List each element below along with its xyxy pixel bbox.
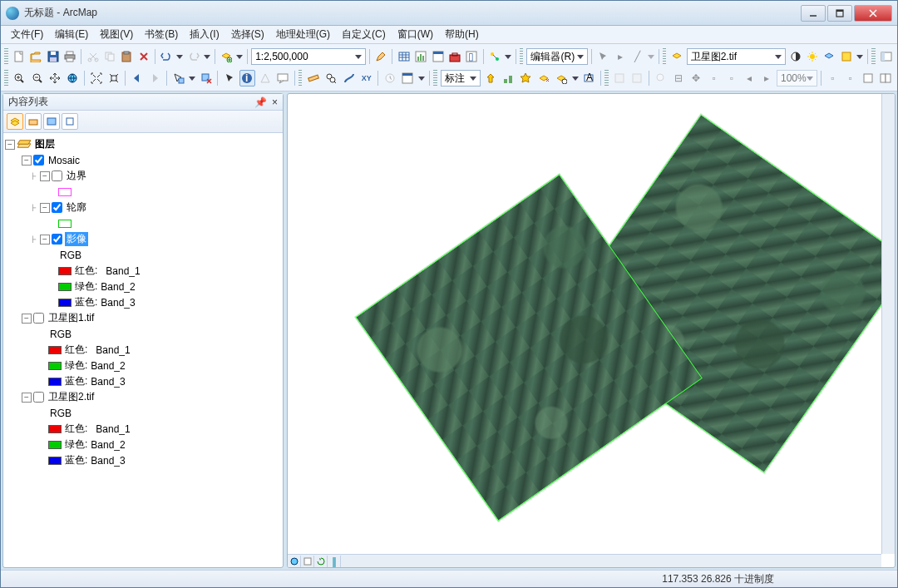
layer-image[interactable]: 影像 <box>65 232 88 246</box>
viewer-window-icon[interactable] <box>400 70 416 86</box>
undo-icon[interactable] <box>159 48 174 65</box>
data-view-icon[interactable] <box>288 556 301 567</box>
menu-select[interactable]: 选择(S) <box>226 26 269 43</box>
fixed-zoomout-icon[interactable] <box>106 70 121 86</box>
prev-extent-icon[interactable] <box>129 70 145 86</box>
annotation-combo[interactable]: 标注 <box>441 70 481 86</box>
clear-select-icon[interactable] <box>198 70 214 86</box>
toc-tab-visibility[interactable] <box>43 113 60 130</box>
menu-file[interactable]: 文件(F) <box>6 26 48 43</box>
layer-footprint[interactable]: 轮廓 <box>65 200 88 215</box>
change-layout-icon[interactable] <box>860 70 876 86</box>
menu-view[interactable]: 视图(V) <box>95 26 138 43</box>
delete-icon[interactable] <box>136 48 151 65</box>
print-icon[interactable] <box>62 48 77 65</box>
menu-geoprocessing[interactable]: 地理处理(G) <box>271 26 335 43</box>
toolbox-icon[interactable] <box>447 48 462 65</box>
next-extent-icon[interactable] <box>147 70 163 86</box>
layout-prev-icon[interactable]: ◂ <box>741 70 757 86</box>
focus-df-icon[interactable]: ▫ <box>842 70 858 86</box>
label-lock-icon[interactable] <box>518 70 534 86</box>
time-slider-icon[interactable] <box>382 70 397 86</box>
zoom-in-icon[interactable] <box>12 70 27 86</box>
layout-pan-icon[interactable]: ✥ <box>688 70 704 86</box>
label-weight-icon[interactable] <box>500 70 516 86</box>
dra-icon[interactable] <box>822 48 836 65</box>
edit-tool-icon[interactable] <box>595 48 610 65</box>
menu-customize[interactable]: 自定义(C) <box>337 26 391 43</box>
menu-insert[interactable]: 插入(I) <box>185 26 224 43</box>
expand-icon[interactable]: − <box>40 235 50 245</box>
undo-menu-icon[interactable] <box>175 48 184 65</box>
paste-icon[interactable] <box>119 48 134 65</box>
toc-tree[interactable]: −图层 −Mosaic ⊦−边界 ⊦−轮廓 ⊦−影像 RGB 红色:Band_1… <box>3 133 283 567</box>
layer-checkbox[interactable] <box>33 313 44 324</box>
editor-combo[interactable]: 编辑器(R) <box>526 48 588 65</box>
contrast-icon[interactable] <box>787 48 802 65</box>
expand-icon[interactable]: − <box>22 156 32 166</box>
toolbar-handle[interactable] <box>520 48 524 65</box>
redo-menu-icon[interactable] <box>203 48 211 65</box>
menu-bookmarks[interactable]: 书签(B) <box>140 26 183 43</box>
expand-icon[interactable]: − <box>22 314 32 324</box>
select-menu-icon[interactable] <box>188 70 196 86</box>
toc-tab-source[interactable] <box>25 113 42 130</box>
georef-update-icon[interactable] <box>629 70 645 86</box>
pause-draw-icon[interactable]: ‖ <box>328 556 341 567</box>
label-menu-icon[interactable] <box>571 70 580 86</box>
expand-icon[interactable]: − <box>22 393 32 403</box>
layout-pct-combo[interactable]: 100% <box>777 70 817 86</box>
symbol-swatch[interactable] <box>58 188 72 196</box>
layer-checkbox[interactable] <box>52 202 62 213</box>
hyperlink-icon[interactable] <box>257 70 273 86</box>
layout-zoom-out-icon[interactable]: ⊟ <box>670 70 686 86</box>
redo-icon[interactable] <box>185 48 200 65</box>
model-menu-icon[interactable] <box>504 48 512 65</box>
scale-combo[interactable]: 1:2,500,000 <box>251 48 366 65</box>
select-features-icon[interactable] <box>170 70 186 86</box>
georef-icon[interactable] <box>612 70 628 86</box>
map-view[interactable]: ‖ <box>287 93 896 568</box>
editor-toolbar-icon[interactable] <box>373 48 388 65</box>
html-popup-icon[interactable] <box>274 70 290 86</box>
copy-icon[interactable] <box>102 48 117 65</box>
edit-straight-icon[interactable]: ╱ <box>629 48 644 65</box>
toggle-draft-icon[interactable]: ▫ <box>825 70 841 86</box>
tree-root[interactable]: 图层 <box>33 137 57 151</box>
toc-tab-drawing[interactable] <box>7 113 23 130</box>
edit-menu-icon[interactable] <box>647 48 655 65</box>
find-icon[interactable] <box>323 70 339 86</box>
catalog-icon[interactable] <box>879 48 894 65</box>
transparency-icon[interactable] <box>839 48 854 65</box>
symbol-swatch[interactable] <box>58 220 72 228</box>
find-route-icon[interactable] <box>341 70 357 86</box>
expand-icon[interactable]: − <box>40 203 50 213</box>
pointer-icon[interactable] <box>221 70 237 86</box>
measure-icon[interactable] <box>305 70 321 86</box>
label-priority-icon[interactable] <box>482 70 498 86</box>
scrollbar-horizontal[interactable]: ‖ <box>288 554 881 567</box>
toolbar-handle[interactable] <box>4 70 8 86</box>
layer-checkbox[interactable] <box>33 392 44 403</box>
add-data-menu-icon[interactable] <box>235 48 244 65</box>
toolbar-handle[interactable] <box>604 70 609 86</box>
menu-help[interactable]: 帮助(H) <box>440 26 484 43</box>
window-list-icon[interactable] <box>430 48 445 65</box>
layer-checkbox[interactable] <box>52 234 62 245</box>
layout-view-icon[interactable] <box>301 556 314 567</box>
toolbar-handle[interactable] <box>299 70 303 86</box>
layout-zoom-in-icon[interactable] <box>653 70 669 86</box>
full-extent-icon[interactable] <box>65 70 81 86</box>
graph-icon[interactable] <box>413 48 428 65</box>
refresh-icon[interactable] <box>314 556 328 567</box>
label-convert-icon[interactable]: A <box>581 70 597 86</box>
add-data-icon[interactable] <box>219 48 234 65</box>
edit-vertices-icon[interactable]: ▸ <box>613 48 628 65</box>
layout-100-icon[interactable]: ▫ <box>723 70 739 86</box>
layer-sat1[interactable]: 卫星图1.tif <box>47 311 96 325</box>
toc-close-icon[interactable]: × <box>272 96 278 108</box>
layout-whole-icon[interactable]: ▫ <box>706 70 722 86</box>
zoom-out-icon[interactable] <box>29 70 45 86</box>
toolbar-handle[interactable] <box>663 48 667 65</box>
layer-combo[interactable]: 卫星图2.tif <box>687 48 787 65</box>
